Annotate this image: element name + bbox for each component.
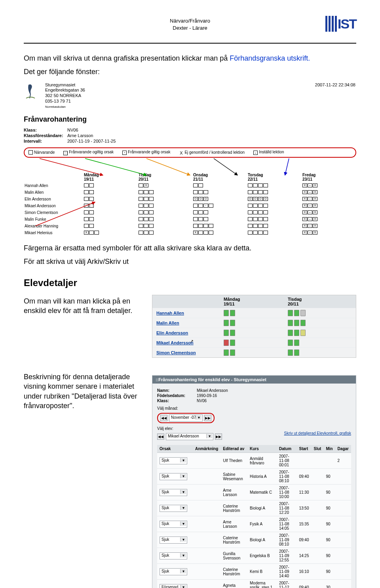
status-cell[interactable] <box>230 349 235 356</box>
svg-line-3 <box>146 158 190 175</box>
next-student-button[interactable]: ▶▶ <box>215 433 222 440</box>
table-row: Sjuk Arne LarssonMatematik C2007-11-08 1… <box>157 485 351 500</box>
svg-line-5 <box>285 158 289 175</box>
prev-student-button[interactable]: ◀◀ <box>157 433 164 440</box>
reason-select[interactable]: Sjuk <box>160 505 187 512</box>
status-cell[interactable] <box>288 349 293 356</box>
print-detail-link[interactable]: Skriv ut detaljerad Elevkontroll, grafis… <box>284 431 351 436</box>
status-cell[interactable] <box>288 310 293 316</box>
reason-select[interactable]: Försenad <box>160 584 187 588</box>
table-row: Sjuk Caterine HanströmKemi B2007-11-09 1… <box>157 564 351 580</box>
status-cell[interactable] <box>294 349 299 356</box>
table-row: Sjuk Arne LarssonFysik A2007-11-08 14:05… <box>157 516 351 532</box>
detail-description: Beskrivning för denna detaljerade visnin… <box>24 372 142 410</box>
status-cell[interactable] <box>224 310 229 316</box>
table-row: Sjuk Sabine WesemannHistoria A2007-11-08… <box>157 469 351 485</box>
svg-line-6 <box>36 202 95 226</box>
page-header: Närvaro/Frånvaro Dexter - Lärare IST <box>24 16 356 44</box>
svg-line-4 <box>214 158 238 175</box>
elevdetaljer-paragraph: Om man vill kan man klicka på en enskild… <box>24 296 142 316</box>
status-cell[interactable] <box>230 330 235 336</box>
status-cell[interactable] <box>230 310 235 316</box>
reason-select[interactable]: Sjuk <box>160 536 187 544</box>
print-title: Frånvarohantering <box>24 115 356 124</box>
table-row: Sjuk Ulf ThedenAnmäld frånvaro2007-11-08… <box>157 453 351 469</box>
student-link[interactable]: Simon Clementson <box>156 350 224 355</box>
student-detail-screenshot: ::Frånvarohantering för enskild elev - S… <box>152 375 356 588</box>
status-cell[interactable] <box>230 320 235 326</box>
status-cell[interactable] <box>224 340 229 346</box>
month-selector[interactable]: ◀◀ November -07 ▶▶ <box>157 413 215 423</box>
status-cell[interactable] <box>288 330 293 336</box>
reason-select[interactable]: Sjuk <box>160 568 187 575</box>
reason-select[interactable]: Sjuk <box>160 552 187 559</box>
student-selector[interactable]: ◀◀ Mikael Andersson ▶▶ <box>157 433 222 440</box>
status-cell[interactable] <box>230 340 235 346</box>
table-row: Sjuk Caterine HanströmBiologi A2007-11-0… <box>157 532 351 548</box>
status-cell[interactable] <box>294 320 299 326</box>
reason-select[interactable]: Sjuk <box>160 489 187 496</box>
prev-month-button[interactable]: ◀◀ <box>160 415 167 421</box>
status-cell[interactable] <box>300 320 306 326</box>
reason-select[interactable]: Sjuk <box>160 457 187 464</box>
reason-select[interactable]: Sjuk <box>160 473 187 480</box>
student-link[interactable]: Hannah Allen <box>156 311 224 315</box>
symbol-legend: Närvarande Frånvarande ogiltig orsak Frå… <box>24 147 356 158</box>
after-text-1: Färgerna är ersatta med symboler för att… <box>24 243 356 253</box>
student-select[interactable]: Mikael Andersson <box>166 433 213 440</box>
status-cell[interactable] <box>224 330 229 336</box>
status-cell[interactable] <box>224 349 229 356</box>
detail-titlebar: ::Frånvarohantering för enskild elev - S… <box>152 376 356 384</box>
heron-icon <box>25 82 42 100</box>
print-timestamp: 2007-11-22 22:34:08 <box>315 82 355 109</box>
status-cell[interactable] <box>294 330 299 336</box>
status-cell[interactable] <box>300 310 306 316</box>
student-overview-screenshot: Måndag19/11 Tisdag20/11 Hannah AllenMali… <box>152 295 356 358</box>
intro-paragraph-2: Det ger följande fönster: <box>24 67 356 76</box>
annotation-arrows <box>24 160 356 172</box>
absence-detail-table: OrsakAnmärkningEditerad avKursDatumStart… <box>157 445 351 588</box>
status-cell[interactable] <box>288 320 293 326</box>
header-line2: Dexter - Lärare <box>24 25 356 32</box>
status-cell[interactable] <box>224 320 229 326</box>
table-row: Sjuk Caterine HanströmBiologi A2007-11-0… <box>157 500 351 516</box>
student-link[interactable]: Malin Allen <box>156 321 224 325</box>
student-link[interactable]: Mikael Andersson <box>156 340 224 345</box>
reason-select[interactable]: Sjuk <box>160 521 187 528</box>
month-select[interactable]: November -07 <box>169 414 203 422</box>
next-month-button[interactable]: ▶▶ <box>204 415 211 421</box>
print-preview-screenshot: Sturegymnasiet Engelbrektsgatan 36 302 5… <box>24 81 356 236</box>
table-row: Sjuk Gunilla SvenssonEngelska B2007-11-0… <box>157 548 351 564</box>
student-link[interactable]: Elin Andersson <box>156 330 224 335</box>
status-cell[interactable] <box>294 310 299 316</box>
header-line1: Närvaro/Frånvaro <box>24 17 356 25</box>
section-title-elevdetaljer: Elevdetaljer <box>24 277 356 288</box>
status-cell[interactable] <box>288 340 293 346</box>
preview-print-link[interactable]: Förhandsgranska utskrift. <box>230 54 310 62</box>
print-meta: Klass:NV06 Klassföreståndare:Arne Larsso… <box>24 128 356 143</box>
status-cell[interactable] <box>300 330 306 336</box>
after-text-2: För att skriva ut välj Arkiv/Skriv ut <box>24 257 356 266</box>
status-cell[interactable] <box>294 340 299 346</box>
red-annotation-arrow <box>36 198 107 230</box>
school-address: Sturegymnasiet Engelbrektsgatan 36 302 5… <box>45 82 85 109</box>
intro-paragraph: Om man vill skriva ut denna grafiska pre… <box>24 53 356 63</box>
ist-logo: IST <box>325 16 356 32</box>
header-titles: Närvaro/Frånvaro Dexter - Lärare <box>24 16 356 32</box>
table-row: Försenad Agneta PolsenModerna språk, ste… <box>157 580 351 588</box>
